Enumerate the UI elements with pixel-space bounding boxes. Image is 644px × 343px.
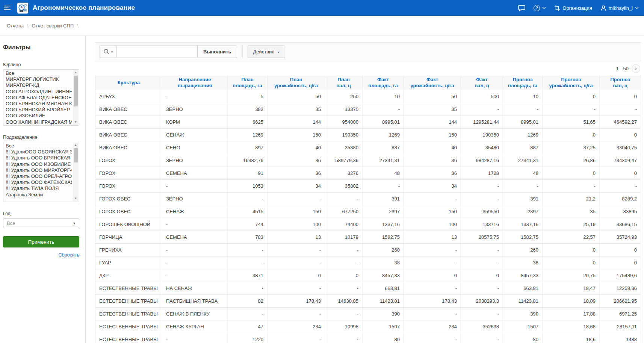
cell-plan-gross: 35802 [325,180,363,193]
scrollbar-thumb[interactable] [74,76,78,106]
list-item[interactable]: !!! Удалить ООО ФАТЕЖСКАЯ ЯГНЯТИНА [6,179,72,185]
column-header[interactable]: Прогноз урожайность, ц/га [543,76,600,90]
cell-plan-yield: - [268,244,325,256]
help-button[interactable]: ? [534,5,546,11]
list-item[interactable]: !!! УдалиООО ОБОЯНСКАЯ ЗЕРНОВАЯ [6,149,72,155]
list-item[interactable]: ООО БРЯНСКИЙ БРОЙЛЕР [6,107,72,113]
column-header[interactable]: Прогноз вал, ц [600,76,641,90]
list-item[interactable]: МИРАТОРГ-КД [6,82,72,88]
list-item[interactable]: ООО АГРОХОЛДИНГ ИВНЯНСКИЙ [6,89,72,95]
list-item[interactable]: Все [6,70,72,76]
column-header[interactable]: План урожайность, ц/га [268,76,325,90]
column-header[interactable]: Факт площадь, га [363,76,404,90]
cell-fact-area: - [363,103,404,116]
cell-fact-area: 260 [363,244,404,256]
cell-plan-area: 897 [228,141,268,154]
table-row: АРБУЗ - 5 50 250 10 50 500 10 0 0 [95,90,641,103]
cell-fact-area: 8457,33 [363,269,404,282]
list-item[interactable]: ООО ИЗОБИЛИЕ [6,113,72,119]
table-row: ЕСТЕСТВЕННЫЕ ТРАВЫ ПАСТБИЩНАЯ ТРАВА 82 1… [95,295,641,308]
cell-direction: СЕНАЖ КУРГАН [162,320,228,333]
user-menu-button[interactable]: mikhaylin_i [600,5,639,11]
column-header[interactable]: Факт урожайность, ц/га [404,76,461,90]
column-header[interactable]: Культура [95,76,162,90]
cell-culture: ГОРОХ ОВЕС [95,193,162,205]
cell-fact-area: - [363,180,404,193]
cell-plan-gross: - [325,193,363,205]
filters-sidebar: Фильтры Юрлицо Все МИРАТОРГ ЛОГИСТИК МИР… [0,36,86,343]
cell-forecast-gross: - [600,180,641,193]
cell-forecast-area: 27341,31 [503,154,543,167]
list-item[interactable]: Азаровка Земли [6,192,72,198]
cell-fact-area: 27341,31 [363,154,404,167]
report-search-input[interactable] [117,46,198,58]
list-item[interactable]: !!! Удалить ООО МИРАТОРГ-ОРЕЛ [6,167,72,173]
cell-plan-area: 744 [228,218,268,231]
list-item[interactable]: ООО АФ БЛАГОДАТЕНСКОЕ [6,95,72,101]
column-header[interactable]: Факт вал, ц [461,76,503,90]
apply-button[interactable]: Применить [3,236,79,247]
column-header[interactable]: План вал, ц [325,76,363,90]
column-header[interactable]: План площадь, га [228,76,268,90]
execute-button[interactable]: Выполнить [197,46,237,58]
cell-plan-gross: 3276 [325,167,363,180]
scroll-up-icon[interactable]: ▲ [73,143,79,147]
list-item[interactable]: ООО КАЛИНИНГРАДСКАЯ МЯСНАЯ [6,119,72,125]
legal-entity-listbox[interactable]: Все МИРАТОРГ ЛОГИСТИК МИРАТОРГ-КД ООО АГ… [3,69,79,126]
cell-forecast-area: 390 [503,308,543,320]
menu-icon[interactable] [4,3,14,13]
organization-button[interactable]: Организация [554,5,592,11]
cell-direction: - [162,244,228,256]
cell-plan-area: - [228,193,268,205]
scroll-up-icon[interactable]: ▲ [73,70,79,75]
cell-forecast-yield: 22,57 [543,231,600,244]
cell-plan-yield: 40 [268,141,325,154]
scroll-down-icon[interactable]: ▼ [73,120,79,124]
list-item[interactable]: !!! Удалить ООО ОРЕЛ-АГРО-ПРОДУКТ [6,173,72,179]
cell-plan-yield: 234 [268,320,325,333]
cell-forecast-yield: 0 [543,90,600,103]
cell-fact-yield: 144 [404,116,461,129]
actions-menu-button[interactable]: Действия ∨ [248,46,285,58]
select-caret-icon: ▼ [73,222,76,225]
cell-fact-gross: 984287,16 [461,154,503,167]
cell-forecast-gross: 464592,27 [600,116,641,129]
cell-forecast-gross: 8289,2 [600,193,641,205]
top-bar: Агрономическое планирование ? Организаци… [0,0,644,16]
cell-forecast-yield: 21,2 [543,193,600,205]
app-title: Агрономическое планирование [33,4,135,12]
cell-fact-gross: - [461,244,503,256]
next-page-button[interactable]: › [632,64,640,73]
list-item[interactable]: Все [6,143,72,149]
column-header[interactable]: Прогноз площадь, га [503,76,543,90]
search-options-button[interactable]: ∨ [100,46,117,58]
cell-forecast-gross: 1488 [600,333,641,343]
breadcrumb-item-reports[interactable]: Отчеты [7,23,24,29]
cell-forecast-yield: 51,65 [543,116,600,129]
listbox-scrollbar[interactable]: ▲ ▼ [73,143,79,201]
column-header[interactable]: Направление выращивания [162,76,228,90]
reset-link[interactable]: Сбросить [3,252,79,258]
cell-forecast-gross: 28157,11 [600,320,641,333]
list-item[interactable]: !!! Удалить ООО БРЯНСКАЯ МЯСНАЯ [6,155,72,161]
breadcrumb: Отчеты \ Отчет сверки СПП \ [0,16,644,36]
list-item[interactable]: !!! Удалить ТУЛА ПОЛЯ [6,185,72,191]
scrollbar-thumb[interactable] [74,148,78,162]
chat-button[interactable] [518,5,525,11]
scroll-down-icon[interactable]: ▼ [73,196,79,201]
cell-plan-gross: 250 [325,90,363,103]
division-listbox[interactable]: Все !!! УдалиООО ОБОЯНСКАЯ ЗЕРНОВАЯ !!! … [3,142,79,202]
cell-forecast-yield: 18,6 [543,333,600,343]
cell-direction: - [162,269,228,282]
cell-fact-area: 1269 [363,129,404,141]
cell-fact-gross: 20575,75 [461,231,503,244]
list-item[interactable]: ООО БРЯНСКАЯ МЯСНАЯ КОМПАНИЯ [6,101,72,107]
organization-label: Организация [562,5,592,11]
listbox-scrollbar[interactable]: ▲ ▼ [73,70,79,125]
cell-fact-gross: 1295281,44 [461,116,503,129]
list-item[interactable]: !!! Удалить ООО ИЗОБИЛИЕ [6,161,72,167]
list-item[interactable]: МИРАТОРГ ЛОГИСТИК [6,76,72,82]
cell-fact-area: 38 [363,256,404,269]
year-select[interactable]: Все ▼ [3,218,79,228]
breadcrumb-item-current[interactable]: Отчет сверки СПП [32,23,74,29]
